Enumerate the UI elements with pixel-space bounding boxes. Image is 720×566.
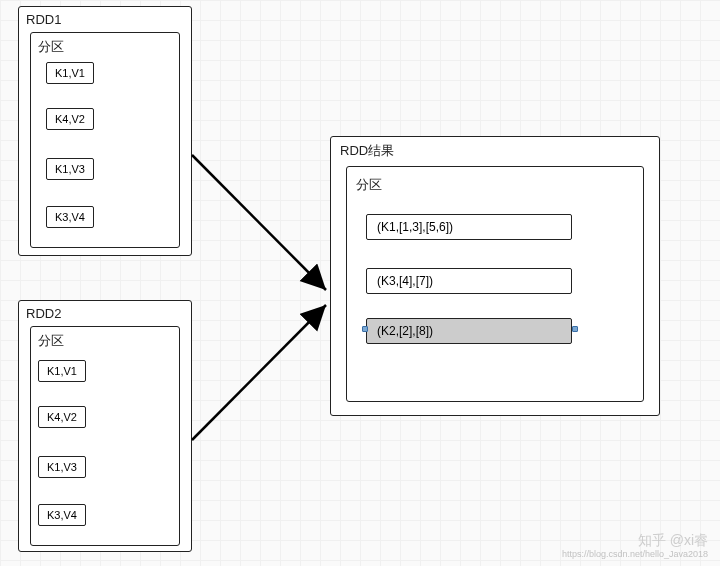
rdd2-item: K1,V3: [38, 456, 86, 478]
rdd1-item: K1,V1: [46, 62, 94, 84]
result-item-selected: (K2,[2],[8]): [366, 318, 572, 344]
rdd2-item: K3,V4: [38, 504, 86, 526]
result-item: (K1,[1,3],[5,6]): [366, 214, 572, 240]
rdd2-partition-label: 分区: [38, 332, 64, 350]
rdd1-item: K4,V2: [46, 108, 94, 130]
result-title: RDD结果: [340, 142, 394, 160]
rdd2-title: RDD2: [26, 306, 61, 321]
watermark-sub: https://blog.csdn.net/hello_Java2018: [562, 549, 708, 560]
watermark: 知乎 @xi睿 https://blog.csdn.net/hello_Java…: [562, 532, 708, 560]
rdd1-item: K1,V3: [46, 158, 94, 180]
result-item: (K3,[4],[7]): [366, 268, 572, 294]
arrow-rdd1-to-result: [192, 155, 326, 290]
rdd2-item: K4,V2: [38, 406, 86, 428]
rdd1-item: K3,V4: [46, 206, 94, 228]
arrow-rdd2-to-result: [192, 305, 326, 440]
rdd1-title: RDD1: [26, 12, 61, 27]
selection-handle: [362, 326, 368, 332]
rdd1-partition-label: 分区: [38, 38, 64, 56]
watermark-main: 知乎 @xi睿: [562, 532, 708, 549]
rdd2-item: K1,V1: [38, 360, 86, 382]
result-partition-label: 分区: [356, 176, 382, 194]
selection-handle: [572, 326, 578, 332]
